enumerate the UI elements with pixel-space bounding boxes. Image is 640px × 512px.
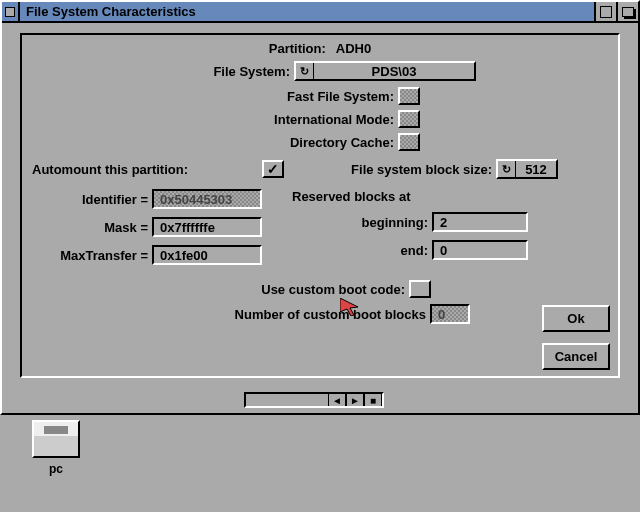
mask-label: Mask = — [32, 220, 152, 235]
window-title: File System Characteristics — [20, 4, 594, 19]
disk-icon-image — [32, 420, 80, 458]
automount-checkbox[interactable] — [262, 160, 284, 178]
partition-label: Partition: — [269, 41, 330, 56]
desktop-disk-icon[interactable]: pc — [28, 420, 84, 476]
customboot-checkbox[interactable] — [409, 280, 431, 298]
titlebar[interactable]: File System Characteristics — [2, 2, 638, 23]
identifier-label: Identifier = — [32, 192, 152, 207]
workspace: Partition: ADH0 File System: PDS\03 Fast… — [2, 23, 638, 413]
scroll-stop-icon[interactable]: ■ — [364, 394, 382, 406]
settings-panel: Partition: ADH0 File System: PDS\03 Fast… — [20, 33, 620, 378]
customboot-label: Use custom boot code: — [209, 282, 409, 297]
cycle-icon — [498, 161, 516, 177]
blocksize-value: 512 — [516, 161, 556, 177]
ffs-checkbox — [398, 87, 420, 105]
dircache-label: Directory Cache: — [32, 135, 398, 150]
close-gadget[interactable] — [2, 2, 20, 21]
intl-label: International Mode: — [32, 112, 398, 127]
main-window: File System Characteristics Partition: A… — [0, 0, 640, 415]
maxtransfer-input[interactable] — [152, 245, 262, 265]
bootblocks-label: Number of custom boot blocks — [170, 307, 430, 322]
bootblocks-input[interactable] — [430, 304, 470, 324]
disk-icon-label: pc — [28, 462, 84, 476]
intl-checkbox — [398, 110, 420, 128]
blocksize-label: File system block size: — [284, 162, 496, 177]
reserved-end-input[interactable] — [432, 240, 528, 260]
scroll-right-icon[interactable]: ► — [346, 394, 364, 406]
scroller-track[interactable] — [246, 394, 328, 406]
filesystem-label: File System: — [164, 64, 294, 79]
ok-button[interactable]: Ok — [542, 305, 610, 332]
filesystem-value: PDS\03 — [314, 63, 474, 79]
partition-value: ADH0 — [330, 41, 371, 56]
ffs-label: Fast File System: — [32, 89, 398, 104]
cancel-button[interactable]: Cancel — [542, 343, 610, 370]
reserved-end-label: end: — [292, 243, 432, 258]
reserved-header: Reserved blocks at — [292, 189, 452, 204]
automount-label: Automount this partition: — [32, 162, 262, 177]
reserved-begin-label: beginning: — [292, 215, 432, 230]
depth-gadget[interactable] — [616, 2, 638, 21]
blocksize-cycle[interactable]: 512 — [496, 159, 558, 179]
scroll-left-icon[interactable]: ◄ — [328, 394, 346, 406]
identifier-input[interactable] — [152, 189, 262, 209]
filesystem-cycle[interactable]: PDS\03 — [294, 61, 476, 81]
horizontal-scroller[interactable]: ◄ ► ■ — [244, 392, 384, 408]
maxtransfer-label: MaxTransfer = — [32, 248, 152, 263]
zoom-gadget[interactable] — [594, 2, 616, 21]
dircache-checkbox — [398, 133, 420, 151]
mask-input[interactable] — [152, 217, 262, 237]
cycle-icon — [296, 63, 314, 79]
reserved-begin-input[interactable] — [432, 212, 528, 232]
